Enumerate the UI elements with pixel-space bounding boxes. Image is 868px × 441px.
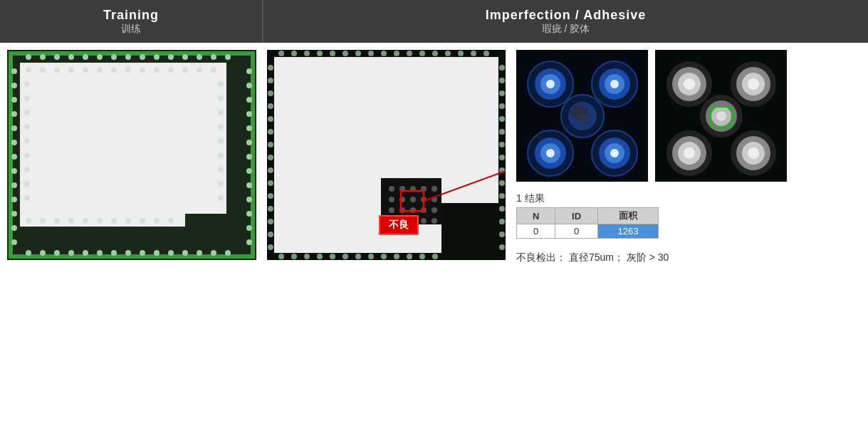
- svg-point-57: [140, 250, 145, 256]
- svg-point-61: [197, 250, 202, 256]
- svg-point-88: [218, 95, 224, 101]
- svg-point-132: [268, 129, 273, 135]
- svg-point-102: [111, 218, 117, 224]
- svg-point-175: [432, 186, 437, 192]
- svg-point-39: [246, 111, 252, 117]
- training-title-en: Training: [103, 8, 159, 23]
- svg-rect-109: [441, 203, 498, 253]
- svg-point-141: [268, 244, 273, 250]
- svg-point-146: [499, 116, 505, 122]
- svg-point-76: [197, 67, 202, 73]
- detail-images: [516, 50, 861, 182]
- svg-point-84: [24, 167, 30, 172]
- svg-point-117: [368, 51, 374, 56]
- svg-point-124: [458, 51, 464, 56]
- detail-image-1: [516, 50, 648, 182]
- svg-point-152: [499, 193, 505, 199]
- svg-point-53: [83, 250, 88, 256]
- imperfection-title-en: Imperfection / Adhesive: [486, 8, 646, 23]
- training-panel: dots generated below in JS: [7, 50, 260, 434]
- svg-point-126: [483, 51, 489, 56]
- svg-point-106: [168, 218, 174, 224]
- svg-point-78: [24, 81, 30, 87]
- svg-point-185: [432, 207, 437, 213]
- svg-point-24: [11, 83, 17, 88]
- svg-point-125: [471, 51, 476, 56]
- svg-point-97: [40, 218, 46, 224]
- svg-point-231: [684, 147, 695, 159]
- svg-point-83: [24, 152, 30, 158]
- training-image: dots generated below in JS: [7, 50, 256, 260]
- svg-point-222: [748, 78, 759, 90]
- result-table: N ID 面积 0 0 1263: [516, 207, 659, 239]
- svg-point-171: [389, 186, 394, 192]
- svg-marker-7: [185, 214, 226, 227]
- details-panel: 1 结果 N ID 面积 0 0 1263: [516, 50, 861, 434]
- table-row: 0 0 1263: [517, 224, 659, 239]
- svg-point-43: [246, 168, 252, 174]
- svg-point-113: [317, 51, 323, 56]
- svg-point-60: [182, 250, 188, 256]
- svg-point-189: [421, 218, 427, 224]
- svg-point-11: [68, 54, 74, 60]
- svg-point-165: [381, 254, 387, 259]
- svg-point-58: [154, 250, 160, 256]
- svg-point-31: [11, 182, 17, 188]
- svg-point-59: [168, 250, 174, 256]
- svg-point-127: [268, 65, 273, 71]
- svg-point-213: [610, 149, 619, 157]
- svg-point-87: [218, 81, 224, 87]
- svg-point-22: [225, 54, 231, 60]
- detection-info: 不良检出： 直径75um； 灰阶 > 30: [516, 251, 861, 264]
- svg-point-36: [246, 68, 252, 74]
- imperfection-title-cn: 瑕疵 / 胶体: [542, 23, 590, 36]
- svg-point-63: [225, 250, 231, 256]
- svg-point-163: [355, 254, 361, 259]
- svg-point-81: [24, 124, 30, 130]
- svg-point-34: [11, 225, 17, 231]
- svg-point-62: [211, 250, 216, 256]
- svg-point-205: [578, 113, 590, 122]
- svg-point-96: [26, 218, 31, 224]
- svg-point-167: [407, 254, 412, 259]
- svg-point-27: [11, 125, 17, 131]
- svg-point-26: [11, 111, 17, 117]
- svg-point-143: [499, 78, 505, 83]
- svg-point-10: [54, 54, 60, 60]
- svg-point-133: [268, 142, 273, 147]
- svg-point-114: [330, 51, 335, 56]
- svg-point-111: [291, 51, 297, 56]
- svg-point-158: [291, 254, 297, 259]
- svg-point-82: [24, 138, 30, 144]
- svg-point-144: [499, 90, 505, 96]
- svg-point-73: [154, 67, 160, 73]
- svg-point-235: [748, 147, 759, 159]
- svg-point-14: [111, 54, 117, 60]
- cell-n: 0: [517, 224, 555, 239]
- svg-point-134: [268, 155, 273, 160]
- svg-point-140: [268, 232, 273, 237]
- svg-point-166: [394, 254, 399, 259]
- header: Training 训练 Imperfection / Adhesive 瑕疵 /…: [0, 0, 868, 43]
- svg-point-77: [211, 67, 216, 73]
- svg-point-104: [140, 218, 145, 224]
- svg-point-128: [268, 78, 273, 83]
- svg-point-12: [83, 54, 88, 60]
- svg-point-142: [499, 65, 505, 71]
- result-table-wrap: 1 结果 N ID 面积 0 0 1263: [516, 192, 861, 239]
- svg-point-45: [246, 197, 252, 202]
- svg-point-121: [419, 51, 425, 56]
- col-id: ID: [555, 208, 598, 224]
- svg-point-209: [546, 149, 555, 157]
- svg-point-9: [40, 54, 46, 60]
- svg-point-54: [97, 250, 103, 256]
- svg-point-65: [40, 67, 46, 73]
- svg-point-67: [68, 67, 74, 73]
- svg-point-28: [11, 140, 17, 145]
- col-n: N: [517, 208, 555, 224]
- svg-point-101: [97, 218, 103, 224]
- svg-point-122: [432, 51, 438, 56]
- svg-point-30: [11, 168, 17, 174]
- svg-point-23: [11, 68, 17, 74]
- svg-point-160: [317, 254, 323, 259]
